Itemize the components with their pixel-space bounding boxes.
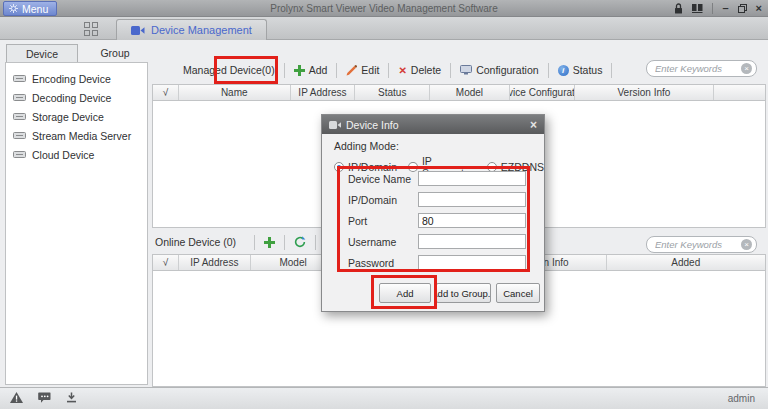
sidebar-item-decoding-device[interactable]: Decoding Device (6, 88, 147, 107)
edit-device-button-label: Edit (361, 64, 379, 76)
info-icon: i (558, 65, 569, 76)
download-icon[interactable] (66, 392, 77, 403)
clear-search-icon[interactable]: × (741, 63, 752, 74)
pencil-icon (346, 65, 357, 76)
column-ip-address[interactable]: IP Address (291, 85, 356, 100)
column-device-configuration[interactable]: Device Configuration (510, 85, 575, 100)
tab-device[interactable]: Device (6, 44, 78, 62)
sidebar-item-label: Decoding Device (32, 92, 111, 104)
edit-device-button[interactable]: Edit (337, 59, 388, 81)
device-icon (13, 131, 26, 140)
dialog-close-icon[interactable]: × (530, 119, 537, 131)
layout-grid-icon[interactable] (84, 22, 98, 36)
column-ip-address[interactable]: IP Address (179, 255, 251, 270)
sidebar-item-stream-media-server[interactable]: Stream Media Server (6, 126, 147, 145)
sidebar-item-cloud-device[interactable]: Cloud Device (6, 145, 147, 164)
multi-screen-icon[interactable] (692, 4, 703, 13)
plus-icon (294, 65, 305, 76)
column-select-all[interactable]: √ (153, 255, 179, 270)
dialog-title: Device Info (346, 119, 399, 131)
column-name[interactable]: Name (179, 85, 291, 100)
cancel-button[interactable]: Cancel (496, 283, 540, 303)
online-search-box: × (646, 236, 757, 253)
lock-icon[interactable] (674, 3, 683, 14)
monitor-icon (460, 65, 472, 75)
status-bar: admin (0, 387, 768, 409)
configuration-button[interactable]: Configuration (451, 59, 547, 81)
refresh-icon[interactable] (294, 236, 306, 248)
annotation-add-toolbar-highlight (214, 56, 278, 84)
device-type-sidebar: Encoding Device Decoding Device Storage … (5, 62, 148, 385)
add-to-group-button[interactable]: Add to Group... (436, 283, 491, 303)
video-camera-icon (131, 26, 145, 35)
dialog-camera-icon (329, 121, 341, 129)
tab-device-management[interactable]: Device Management (116, 19, 267, 40)
sidebar-item-label: Stream Media Server (32, 130, 131, 142)
add-device-button-label: Add (309, 64, 328, 76)
sidebar-item-label: Storage Device (32, 111, 104, 123)
message-bubble-icon[interactable] (38, 392, 51, 403)
annotation-add-button-highlight (371, 275, 437, 309)
device-icon (13, 93, 26, 102)
divider (712, 3, 713, 14)
adding-mode-label: Adding Mode: (334, 140, 399, 152)
managed-search-box: × (646, 60, 757, 77)
tab-device-management-label: Device Management (151, 24, 252, 36)
delete-device-button-label: Delete (411, 64, 441, 76)
dialog-titlebar[interactable]: Device Info × (322, 115, 544, 134)
restore-icon[interactable] (738, 4, 747, 13)
column-version-info[interactable]: Version Info (575, 85, 715, 100)
device-icon (13, 150, 26, 159)
column-select-all[interactable]: √ (153, 85, 179, 100)
device-icon (13, 74, 26, 83)
device-icon (13, 112, 26, 121)
column-added[interactable]: Added (607, 255, 765, 270)
alarm-warning-icon[interactable] (10, 392, 23, 403)
sidebar-item-storage-device[interactable]: Storage Device (6, 107, 147, 126)
logged-in-user: admin (728, 393, 755, 404)
close-icon[interactable]: × (756, 3, 762, 14)
delete-x-icon: ✕ (398, 65, 406, 76)
configuration-button-label: Configuration (476, 64, 538, 76)
status-button-label: Status (573, 64, 603, 76)
online-search-input[interactable] (655, 239, 741, 250)
divider (611, 63, 612, 78)
delete-device-button[interactable]: ✕ Delete (389, 59, 450, 81)
sidebar-item-label: Encoding Device (32, 73, 111, 85)
titlebar: Menu Prolynx Smart Viewer Video Manageme… (0, 0, 768, 17)
tab-group[interactable]: Group (79, 44, 151, 62)
divider (315, 235, 316, 250)
sidebar-item-encoding-device[interactable]: Encoding Device (6, 69, 147, 88)
divider (284, 235, 285, 250)
managed-search-input[interactable] (655, 63, 741, 74)
column-model[interactable]: Model (430, 85, 510, 100)
clear-search-icon[interactable]: × (741, 239, 752, 250)
annotation-fields-highlight (337, 166, 530, 272)
status-button[interactable]: i Status (549, 59, 612, 81)
add-online-device-icon[interactable] (264, 237, 275, 248)
divider (254, 235, 255, 250)
add-device-button[interactable]: Add (285, 59, 337, 81)
column-filler (714, 85, 765, 100)
managed-table-header: √ Name IP Address Status Model Device Co… (152, 84, 766, 101)
column-status[interactable]: Status (355, 85, 430, 100)
minimize-icon[interactable]: – (722, 3, 728, 14)
sidebar-item-label: Cloud Device (32, 149, 94, 161)
online-device-count-label: Online Device (0) (155, 236, 245, 248)
window-title: Prolynx Smart Viewer Video Management So… (0, 0, 768, 17)
